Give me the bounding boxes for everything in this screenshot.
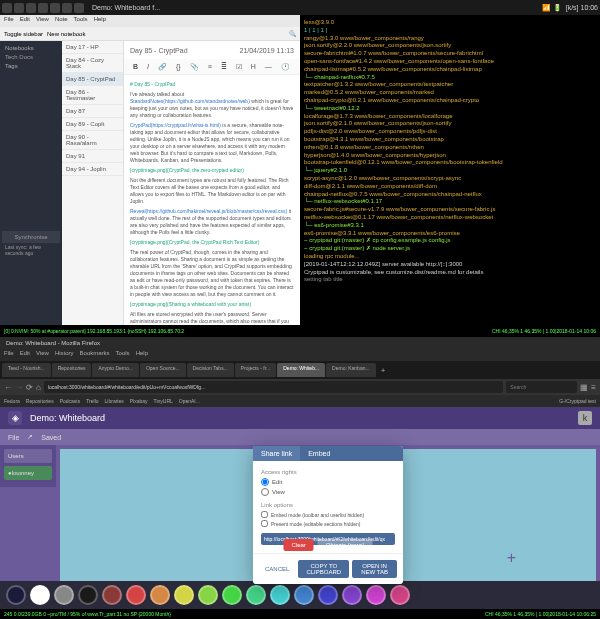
terminal-window[interactable]: less@3.9.01 | 1 | 1 |rangy@1.3.0 www/bow… bbox=[300, 15, 600, 325]
editor-content[interactable]: # Day 85 - CryptPad I've already talked … bbox=[124, 75, 300, 325]
user-avatar[interactable]: k bbox=[578, 411, 592, 425]
color-swatch[interactable] bbox=[126, 585, 146, 605]
ff-menu-tools[interactable]: Tools bbox=[116, 350, 130, 360]
taskbar-clock[interactable]: [k/s] 10:06 bbox=[566, 4, 598, 11]
link-button[interactable]: 🔗 bbox=[155, 62, 170, 72]
note-item[interactable]: Day 94 - Joplin bbox=[62, 163, 123, 176]
checkbox-button[interactable]: ☑ bbox=[233, 62, 245, 72]
note-item[interactable]: Day 89 - Coplt bbox=[62, 118, 123, 131]
menu-view[interactable]: View bbox=[36, 16, 49, 26]
bookmark-item[interactable]: Repositories bbox=[26, 398, 54, 404]
bookmark-item[interactable]: Pixabay bbox=[130, 398, 148, 404]
search-input[interactable] bbox=[506, 381, 577, 393]
taskbar-indicators[interactable]: 📶 🔋 bbox=[542, 4, 562, 12]
tags-header[interactable]: Tags bbox=[2, 61, 60, 71]
note-item[interactable]: Day 85 - CryptPad bbox=[62, 73, 123, 86]
color-swatch[interactable] bbox=[6, 585, 26, 605]
users-panel[interactable]: Users bbox=[4, 449, 52, 463]
open-new-tab-button[interactable]: OPEN IN NEW TAB bbox=[352, 560, 397, 578]
browser-tab[interactable]: Projects - fr... bbox=[235, 363, 276, 377]
ff-menu-history[interactable]: History bbox=[55, 350, 74, 360]
extension-icon[interactable]: ▦ bbox=[580, 383, 588, 392]
present-mode-checkbox[interactable] bbox=[261, 520, 268, 527]
clear-button[interactable]: Clear bbox=[283, 539, 313, 551]
embed-mode-checkbox[interactable] bbox=[261, 511, 268, 518]
cryptpad-logo-icon[interactable]: ◈ bbox=[8, 411, 22, 425]
browser-tab[interactable]: Demo: Kanban... bbox=[326, 363, 376, 377]
browser-tab[interactable]: Anypto Demo... bbox=[92, 363, 138, 377]
url-input[interactable] bbox=[44, 381, 503, 393]
share-icon[interactable]: ↗ bbox=[27, 433, 33, 441]
color-swatch[interactable] bbox=[270, 585, 290, 605]
ff-menu-file[interactable]: File bbox=[4, 350, 14, 360]
color-swatch[interactable] bbox=[318, 585, 338, 605]
note-item[interactable]: Day 86 - Testmaster bbox=[62, 86, 123, 105]
share-link-tab[interactable]: Share link bbox=[253, 446, 300, 461]
bookmark-item[interactable]: Podcasts bbox=[60, 398, 81, 404]
bookmark-item[interactable]: Fedora bbox=[4, 398, 20, 404]
color-swatch[interactable] bbox=[366, 585, 386, 605]
taskbar-window-title[interactable]: Demo: Whiteboard f... bbox=[92, 4, 542, 11]
ff-menu-edit[interactable]: Edit bbox=[20, 350, 30, 360]
back-button[interactable]: ← bbox=[4, 383, 12, 392]
note-item[interactable]: Day 91 bbox=[62, 150, 123, 163]
color-swatch[interactable] bbox=[78, 585, 98, 605]
bookmark-item[interactable]: OpenAI... bbox=[179, 398, 200, 404]
bookmark-item[interactable]: Trello bbox=[86, 398, 98, 404]
home-button[interactable]: ⌂ bbox=[36, 383, 41, 392]
copy-button[interactable]: COPY TO CLIPBOARD bbox=[298, 560, 349, 578]
toggle-sidebar-button[interactable]: Toggle sidebar bbox=[4, 31, 43, 37]
user-item[interactable]: ● ksonney bbox=[4, 466, 52, 480]
reload-button[interactable]: ⟳ bbox=[26, 383, 33, 392]
browser-tab[interactable]: Open Source... bbox=[140, 363, 186, 377]
whiteboard-canvas[interactable]: + Share link Embed Access rights Edit Vi… bbox=[60, 449, 596, 581]
browser-tab-active[interactable]: Demo: Whiteb... bbox=[277, 363, 325, 377]
browser-tab[interactable]: Decision Tabs... bbox=[187, 363, 234, 377]
new-notebook-button[interactable]: New notebook bbox=[47, 31, 85, 37]
file-menu[interactable]: File bbox=[8, 434, 19, 441]
edit-radio[interactable] bbox=[261, 478, 269, 486]
heading-button[interactable]: H bbox=[248, 62, 259, 71]
hr-button[interactable]: — bbox=[262, 62, 275, 71]
color-swatch[interactable] bbox=[246, 585, 266, 605]
menu-icon[interactable]: ≡ bbox=[591, 383, 596, 392]
objects-button[interactable]: Objects (rows) bbox=[318, 539, 373, 551]
note-item[interactable]: Day 90 - Rasa/alarm bbox=[62, 131, 123, 150]
italic-button[interactable]: I bbox=[144, 62, 152, 71]
color-swatch[interactable] bbox=[150, 585, 170, 605]
color-swatch[interactable] bbox=[102, 585, 122, 605]
browser-tab[interactable]: Repositories bbox=[52, 363, 92, 377]
time-button[interactable]: 🕐 bbox=[278, 62, 293, 72]
notebooks-header[interactable]: Notebooks bbox=[2, 43, 60, 53]
code-button[interactable]: {} bbox=[173, 62, 184, 71]
sidebar-notebook[interactable]: Tech Docs bbox=[2, 53, 60, 61]
forward-button[interactable]: → bbox=[15, 383, 23, 392]
numbered-list-button[interactable]: ≣ bbox=[218, 62, 230, 72]
bookmark-item[interactable]: TinyURL bbox=[154, 398, 173, 404]
note-item[interactable]: Day 84 - Cozy Stack bbox=[62, 54, 123, 73]
color-swatch[interactable] bbox=[30, 585, 50, 605]
view-radio[interactable] bbox=[261, 488, 269, 496]
search-icon[interactable]: 🔍 bbox=[289, 30, 296, 37]
color-swatch[interactable] bbox=[174, 585, 194, 605]
color-swatch[interactable] bbox=[198, 585, 218, 605]
menu-file[interactable]: File bbox=[4, 16, 14, 26]
attach-button[interactable]: 📎 bbox=[187, 62, 202, 72]
menu-note[interactable]: Note bbox=[55, 16, 68, 26]
ff-menu-view[interactable]: View bbox=[36, 350, 49, 360]
menu-tools[interactable]: Tools bbox=[74, 16, 88, 26]
note-item[interactable]: Day 87 bbox=[62, 105, 123, 118]
color-swatch[interactable] bbox=[222, 585, 242, 605]
color-swatch[interactable] bbox=[294, 585, 314, 605]
sync-button[interactable]: Synchronise bbox=[2, 231, 60, 243]
tray-icons[interactable] bbox=[2, 3, 84, 13]
note-item[interactable]: Day 17 - HP bbox=[62, 41, 123, 54]
color-swatch[interactable] bbox=[54, 585, 74, 605]
bold-button[interactable]: B bbox=[130, 62, 141, 71]
browser-tab[interactable]: Teed - Nourish... bbox=[2, 363, 51, 377]
bookmark-item[interactable]: Libraries bbox=[105, 398, 124, 404]
menu-help[interactable]: Help bbox=[94, 16, 106, 26]
new-tab-button[interactable]: + bbox=[377, 366, 390, 375]
note-title[interactable]: Day 85 - CryptPad bbox=[130, 47, 188, 54]
embed-tab[interactable]: Embed bbox=[300, 446, 338, 461]
